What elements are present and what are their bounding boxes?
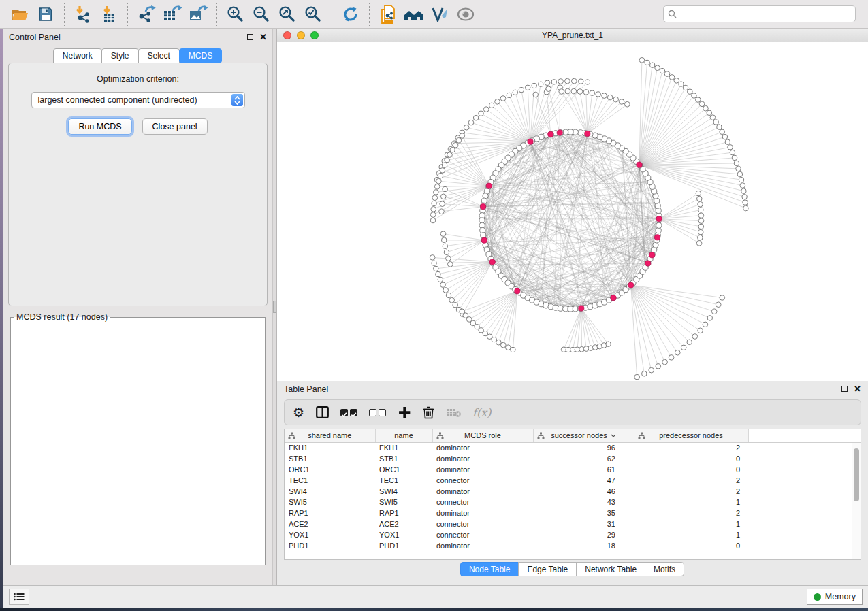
close-window-icon[interactable] [283, 31, 291, 39]
import-network-icon [74, 5, 93, 23]
zoom-selected-button[interactable] [300, 2, 326, 27]
cell: 35 [533, 508, 634, 518]
save-session-button[interactable] [33, 2, 59, 27]
cell: 0 [634, 464, 748, 475]
main-toolbar [0, 0, 868, 29]
table-row[interactable]: ACE2ACE2connector311 [285, 518, 861, 529]
column-header-filler [748, 429, 861, 442]
optimization-criterion-value: largest connected component (undirected) [38, 95, 197, 105]
table-tabs: Node TableEdge TableNetwork TableMotifs [277, 562, 868, 576]
add-column-button[interactable] [398, 403, 411, 421]
table-row[interactable]: ORC1ORC1dominator610 [285, 464, 861, 475]
network-graph[interactable] [277, 42, 868, 381]
cell: SWI5 [285, 497, 375, 508]
home-button[interactable] [401, 2, 427, 27]
table-row[interactable]: STB1STB1dominator620 [285, 453, 861, 464]
column-header-shared-name[interactable]: shared name [285, 429, 375, 442]
zoom-in-button[interactable] [223, 2, 248, 27]
zoom-in-icon [227, 5, 244, 23]
table-row[interactable]: PHD1PHD1dominator180 [285, 540, 861, 551]
import-network-button[interactable] [70, 2, 96, 27]
close-panel-icon[interactable]: ✕ [259, 33, 267, 42]
gear-icon: ⚙ [293, 406, 304, 419]
table-row[interactable]: SWI5SWI5connector431 [285, 497, 861, 508]
save-icon [38, 7, 53, 22]
visual-style-button[interactable] [427, 2, 453, 27]
optimization-criterion-select[interactable]: largest connected component (undirected) [31, 92, 245, 108]
export-table-button[interactable] [159, 2, 185, 27]
cell: FKH1 [375, 442, 432, 453]
cell: 2 [634, 442, 748, 453]
column-header-MCDS-role[interactable]: MCDS role [432, 429, 533, 442]
function-builder-button[interactable]: f(x) [472, 403, 491, 421]
network-window: YPA_prune.txt_1 [277, 29, 868, 381]
table-row[interactable]: RAP1RAP1dominator352 [285, 508, 861, 518]
tab-style[interactable]: Style [101, 48, 139, 63]
refresh-icon [342, 5, 359, 23]
float-panel-icon[interactable] [247, 34, 253, 40]
run-mcds-button[interactable]: Run MCDS [68, 118, 131, 135]
tab-edge-table[interactable]: Edge Table [518, 562, 577, 576]
float-table-panel-icon[interactable] [841, 386, 848, 392]
column-header-predecessor-nodes[interactable]: predecessor nodes [634, 429, 748, 442]
cell: 2 [634, 475, 748, 486]
close-panel-button[interactable]: Close panel [142, 118, 208, 135]
table-row[interactable]: TEC1TEC1connector472 [285, 475, 861, 486]
tab-select[interactable]: Select [138, 48, 180, 63]
refresh-layout-button[interactable] [338, 2, 364, 27]
table-panel: Table Panel ✕ ⚙ [277, 381, 868, 585]
table-scrollbar-thumb[interactable] [854, 448, 859, 501]
cell: ORC1 [375, 464, 432, 475]
cell: 0 [634, 540, 748, 551]
cell: SWI4 [285, 486, 375, 497]
open-session-button[interactable] [7, 2, 33, 27]
column-header-successor-nodes[interactable]: successor nodes [533, 429, 634, 442]
show-hide-button[interactable] [453, 2, 479, 27]
cell: YOX1 [375, 529, 432, 540]
minimize-window-icon[interactable] [297, 31, 305, 39]
cell: 1 [634, 497, 748, 508]
cell: ORC1 [285, 464, 375, 475]
network-window-titlebar[interactable]: YPA_prune.txt_1 [277, 29, 868, 42]
columns-icon [316, 406, 329, 418]
hierarchy-icon [537, 432, 545, 440]
table-scrollbar[interactable] [852, 443, 861, 559]
search-input[interactable] [680, 10, 851, 19]
task-history-button[interactable] [9, 589, 29, 605]
export-network-button[interactable] [133, 2, 159, 27]
tab-network-table[interactable]: Network Table [576, 562, 645, 576]
close-table-panel-icon[interactable]: ✕ [854, 384, 861, 393]
cell: 18 [533, 540, 634, 551]
select-all-button[interactable] [340, 403, 357, 421]
cell: dominator [432, 540, 533, 551]
zoom-fit-button[interactable] [274, 2, 300, 27]
deselect-all-button[interactable] [369, 403, 386, 421]
delete-column-button[interactable] [423, 403, 434, 421]
cell: TEC1 [285, 475, 375, 486]
delete-table-button[interactable] [446, 403, 461, 421]
divider-grip[interactable] [273, 301, 276, 313]
zoom-out-button[interactable] [248, 2, 274, 27]
cell: dominator [432, 453, 533, 464]
style-pen-icon [431, 6, 449, 22]
network-canvas[interactable] [277, 42, 868, 381]
tab-node-table[interactable]: Node Table [460, 562, 519, 576]
table-row[interactable]: FKH1FKH1dominator962 [285, 442, 861, 453]
cell: 62 [533, 453, 634, 464]
table-row[interactable]: SWI4SWI4dominator462 [285, 486, 861, 497]
maximize-window-icon[interactable] [310, 31, 319, 39]
cell: connector [432, 529, 533, 540]
column-header-name[interactable]: name [375, 429, 432, 442]
import-table-button[interactable] [96, 2, 122, 27]
tab-motifs[interactable]: Motifs [645, 562, 684, 576]
panel-split-divider[interactable] [272, 29, 277, 585]
tab-mcds[interactable]: MCDS [179, 48, 222, 63]
show-columns-button[interactable] [316, 403, 329, 421]
cell: TEC1 [375, 475, 432, 486]
tab-network[interactable]: Network [53, 48, 102, 63]
export-image-button[interactable] [185, 2, 211, 27]
memory-button[interactable]: Memory [807, 589, 863, 605]
clone-network-button[interactable] [375, 2, 401, 27]
table-settings-button[interactable]: ⚙ [293, 403, 304, 421]
table-row[interactable]: YOX1YOX1connector291 [285, 529, 861, 540]
